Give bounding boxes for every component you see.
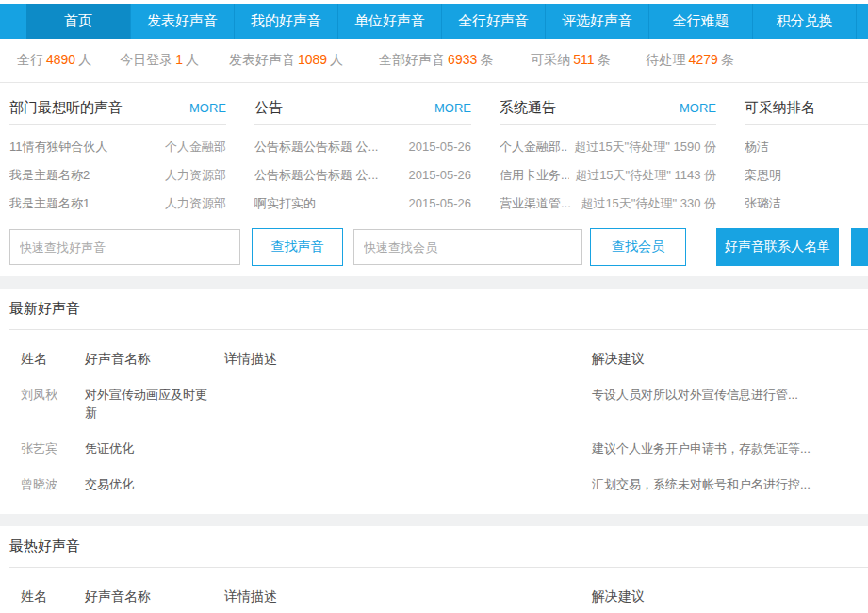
overview-panels: 部门最想听的声音 MORE 11情有独钟合伙人个人金融部 我是主题名称2人力资源… [0,92,868,217]
hottest-voices-section: 最热好声音 姓名 好声音名称 详情描述 解决建议 于文 优化收费价格描述 因我行… [0,526,868,613]
list-item[interactable]: 公告标题公告标题 公...2015-05-26 [254,169,471,182]
section-divider-strip [0,276,868,289]
nav-tab-home[interactable]: 首页 [26,4,130,39]
table-row[interactable]: 张艺宾 凭证优化 建议个人业务开户申请书，存款凭证等... [21,439,868,457]
section-title: 最新好声音 [9,300,868,318]
nav-tab-bank-voice[interactable]: 全行好声音 [441,4,545,39]
panel-title: 系统通告 [500,99,556,117]
panel-system-notices: 系统通告 MORE 个人金融部...超过15天"待处理" 1590 份 信用卡业… [500,92,716,217]
list-item[interactable]: 11情有独钟合伙人个人金融部 [9,141,226,154]
list-item[interactable]: 公告标题公告标题 公...2015-05-26 [254,141,471,154]
divider [254,124,471,125]
panel-adoptable-ranking: 可采纳排名 杨洁 栾恩明 张璐洁 [745,92,868,217]
table-header-row: 姓名 好声音名称 详情描述 解决建议 [21,588,868,605]
column-header-name: 姓名 [21,588,85,605]
extra-action-button[interactable]: 改 [851,228,868,266]
panel-dept-voices: 部门最想听的声音 MORE 11情有独钟合伙人个人金融部 我是主题名称2人力资源… [9,92,226,217]
more-link[interactable]: MORE [189,101,226,115]
stat-all-voices: 全部好声音6933条 [379,52,493,69]
nav-tab-publish-voice[interactable]: 发表好声音 [130,4,234,39]
panel-title: 公告 [254,99,283,117]
section-divider-strip [0,514,868,526]
nav-tab-bank-problems[interactable]: 全行难题 [648,4,752,39]
column-header-voice: 好声音名称 [85,588,224,605]
more-link[interactable]: MORE [680,101,716,115]
list-item[interactable]: 啊实打实的2015-05-26 [254,197,471,210]
panel-title: 部门最想听的声音 [9,99,123,117]
list-item[interactable]: 我是主题名称1人力资源部 [9,197,226,210]
nav-tab-points-exchange[interactable]: 积分兑换 [752,4,856,39]
panel-title: 可采纳排名 [745,99,815,117]
latest-voices-section: 最新好声音 姓名 好声音名称 详情描述 解决建议 刘凤秋 对外宣传动画应及时更新… [0,289,868,493]
more-link[interactable]: MORE [434,101,471,115]
divider [9,124,226,125]
column-header-suggestion: 解决建议 [592,588,868,605]
stat-total-staff: 全行4890人 [17,52,91,69]
table-row[interactable]: 曾晓波 交易优化 汇划交易，系统未对帐号和户名进行控... [21,475,868,493]
panel-announcements: 公告 MORE 公告标题公告标题 公...2015-05-26 公告标题公告标题… [254,92,471,217]
stat-pending: 待处理4279条 [647,52,734,69]
table-row[interactable]: 刘凤秋 对外宣传动画应及时更新 专设人员对所以对外宣传信息进行管... [21,386,868,422]
nav-tab-unit-voice[interactable]: 单位好声音 [337,4,441,39]
divider [9,567,868,568]
list-item[interactable]: 张璐洁 [745,197,868,210]
column-header-name: 姓名 [21,351,85,368]
column-header-detail: 详情描述 [224,351,592,368]
nav-tab-select-voice[interactable]: 评选好声音 [545,4,648,39]
list-item[interactable]: 杨洁 [745,141,868,154]
list-item[interactable]: 个人金融部...超过15天"待处理" 1590 份 [500,141,716,154]
list-item[interactable]: 栾恩明 [745,169,868,182]
list-item[interactable]: 我是主题名称2人力资源部 [9,169,226,182]
stat-today-logins: 今日登录1人 [120,52,199,69]
member-search-input[interactable] [353,229,582,265]
stats-bar: 全行4890人 今日登录1人 发表好声音1089人 全部好声音6933条 可采纳… [0,39,868,83]
main-nav: 首页 发表好声音 我的好声音 单位好声音 全行好声音 评选好声音 全行难题 积分… [0,4,868,39]
column-header-voice: 好声音名称 [85,351,224,368]
search-toolbar: 查找声音 查找会员 好声音联系人名单 改 [0,226,868,268]
nav-separator [856,4,857,39]
nav-tab-my-voice[interactable]: 我的好声音 [234,4,337,39]
section-title: 最热好声音 [9,538,868,555]
divider [745,124,868,125]
column-header-detail: 详情描述 [224,588,592,605]
stat-published-voices: 发表好声音1089人 [229,52,343,69]
column-header-suggestion: 解决建议 [592,351,868,368]
divider [500,124,716,125]
stat-adoptable: 可采纳511条 [531,52,610,69]
list-item[interactable]: 营业渠道管...超过15天"待处理" 330 份 [500,197,716,210]
voice-search-input[interactable] [9,229,240,265]
table-header-row: 姓名 好声音名称 详情描述 解决建议 [21,351,868,368]
voice-contacts-button[interactable]: 好声音联系人名单 [716,228,839,266]
search-member-button[interactable]: 查找会员 [590,228,686,266]
search-voice-button[interactable]: 查找声音 [252,228,343,266]
list-item[interactable]: 信用卡业务...超过15天"待处理" 1143 份 [500,169,716,182]
divider [9,329,868,330]
